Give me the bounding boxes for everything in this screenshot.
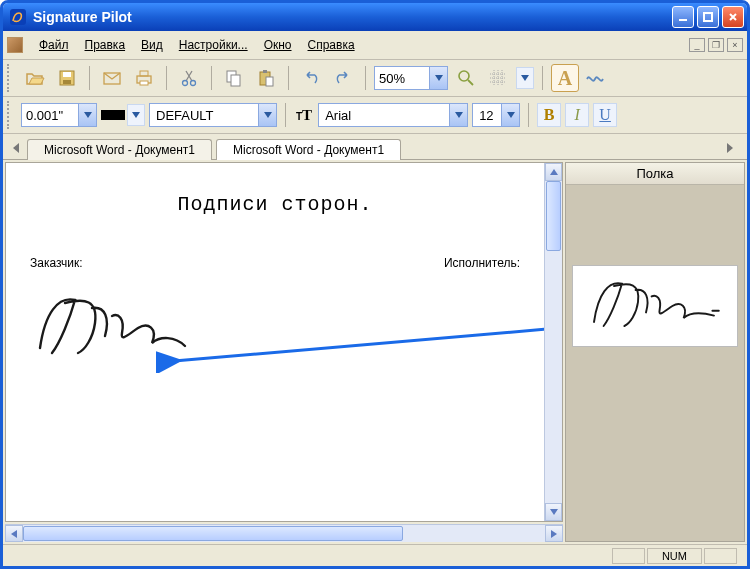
italic-button[interactable]: I [565, 103, 589, 127]
font-icon: TT [294, 107, 314, 124]
window-minimize-button[interactable] [672, 6, 694, 28]
color-swatch[interactable] [101, 110, 125, 120]
customer-signature[interactable] [30, 288, 520, 368]
mdi-restore-button[interactable]: ❐ [708, 38, 724, 52]
svg-point-11 [191, 81, 196, 86]
open-button[interactable] [21, 64, 49, 92]
svg-rect-5 [63, 80, 71, 84]
document-tab-2-label: Microsoft Word - Документ1 [233, 143, 384, 157]
customer-label: Заказчик: [30, 256, 83, 270]
shelf-signature-item[interactable] [572, 265, 738, 347]
cut-button[interactable] [175, 64, 203, 92]
document-area: Подписи сторон. Заказчик: Исполнитель: [5, 162, 563, 522]
shelf-title: Полка [566, 163, 744, 185]
scroll-down-button[interactable] [545, 503, 562, 521]
window: Signature Pilot Файл Правка Вид Настройк… [0, 0, 750, 569]
document-tab-2[interactable]: Microsoft Word - Документ1 [216, 139, 401, 160]
document-tabs: Microsoft Word - Документ1 Microsoft Wor… [3, 134, 747, 160]
titlebar[interactable]: Signature Pilot [3, 3, 747, 31]
zoom-tool-button[interactable] [452, 64, 480, 92]
paste-button[interactable] [252, 64, 280, 92]
mdi-close-button[interactable]: × [727, 38, 743, 52]
window-maximize-button[interactable] [697, 6, 719, 28]
freehand-tool-button[interactable] [583, 64, 611, 92]
font-size-combobox[interactable]: 12 [472, 103, 520, 127]
document-viewport[interactable]: Подписи сторон. Заказчик: Исполнитель: [6, 163, 544, 521]
svg-rect-8 [140, 71, 148, 76]
svg-rect-16 [266, 77, 273, 86]
tab-scroll-right[interactable] [723, 140, 737, 156]
svg-point-17 [459, 71, 469, 81]
document-page: Подписи сторон. Заказчик: Исполнитель: [6, 163, 544, 398]
scroll-left-button[interactable] [5, 525, 23, 542]
color-dropdown-arrow[interactable] [127, 104, 145, 126]
menubar: Файл Правка Вид Настройки... Окно Справк… [3, 31, 747, 60]
contractor-label: Исполнитель: [444, 256, 520, 270]
scroll-up-button[interactable] [545, 163, 562, 181]
menu-window[interactable]: Окно [256, 34, 300, 56]
svg-rect-13 [231, 75, 240, 86]
font-family-dropdown-arrow[interactable] [449, 104, 467, 126]
copy-button[interactable] [220, 64, 248, 92]
view-dropdown-arrow[interactable] [516, 67, 534, 89]
svg-rect-9 [140, 81, 148, 85]
scroll-v-track[interactable] [545, 181, 562, 503]
window-close-button[interactable] [722, 6, 744, 28]
stroke-style-dropdown-arrow[interactable] [258, 104, 276, 126]
print-button[interactable] [130, 64, 158, 92]
menu-view[interactable]: Вид [133, 34, 171, 56]
document-tab-1-label: Microsoft Word - Документ1 [44, 143, 195, 157]
toolbar-handle-2[interactable] [7, 101, 13, 129]
font-family-value: Arial [319, 106, 449, 125]
line-width-dropdown-arrow[interactable] [78, 104, 96, 126]
stroke-style-value: DEFAULT [150, 106, 258, 125]
menu-help[interactable]: Справка [300, 34, 363, 56]
grid-button[interactable] [484, 64, 512, 92]
stroke-style-combobox[interactable]: DEFAULT [149, 103, 277, 127]
text-tool-button[interactable]: A [551, 64, 579, 92]
underline-button[interactable]: U [593, 103, 617, 127]
bold-button[interactable]: B [537, 103, 561, 127]
svg-point-10 [183, 81, 188, 86]
svg-rect-0 [10, 9, 26, 25]
statusbar: NUM [3, 544, 747, 566]
app-icon [9, 8, 27, 26]
scroll-h-track[interactable] [23, 525, 545, 542]
document-tab-1[interactable]: Microsoft Word - Документ1 [27, 139, 212, 160]
mail-button[interactable] [98, 64, 126, 92]
toolbar-handle[interactable] [7, 64, 13, 92]
tab-scroll-left[interactable] [9, 140, 23, 156]
vertical-scrollbar[interactable] [544, 163, 562, 521]
font-size-dropdown-arrow[interactable] [501, 104, 519, 126]
menu-file[interactable]: Файл [31, 34, 77, 56]
line-width-input[interactable] [22, 106, 78, 125]
redo-button[interactable] [329, 64, 357, 92]
document-heading: Подписи сторон. [30, 193, 520, 216]
font-family-combobox[interactable]: Arial [318, 103, 468, 127]
shelf-panel: Полка [565, 162, 745, 542]
svg-rect-1 [679, 19, 687, 21]
save-button[interactable] [53, 64, 81, 92]
status-cell-empty2 [704, 548, 737, 564]
font-size-value: 12 [473, 106, 501, 125]
status-numlock: NUM [647, 548, 702, 564]
main-toolbar: A [3, 60, 747, 97]
scroll-v-thumb[interactable] [546, 181, 561, 251]
status-cell-empty [612, 548, 645, 564]
menubar-grip-icon [7, 37, 23, 53]
line-width-combobox[interactable] [21, 103, 97, 127]
format-toolbar: DEFAULT TT Arial 12 B I U [3, 97, 747, 134]
undo-button[interactable] [297, 64, 325, 92]
svg-rect-4 [63, 72, 71, 77]
shelf-body[interactable] [566, 185, 744, 541]
scroll-right-button[interactable] [545, 525, 563, 542]
zoom-dropdown-arrow[interactable] [429, 67, 447, 89]
svg-rect-2 [704, 13, 712, 21]
zoom-combobox[interactable] [374, 66, 448, 90]
mdi-minimize-button[interactable]: _ [689, 38, 705, 52]
menu-settings[interactable]: Настройки... [171, 34, 256, 56]
zoom-input[interactable] [375, 69, 429, 88]
horizontal-scrollbar[interactable] [5, 524, 563, 542]
menu-edit[interactable]: Правка [77, 34, 134, 56]
scroll-h-thumb[interactable] [23, 526, 403, 541]
